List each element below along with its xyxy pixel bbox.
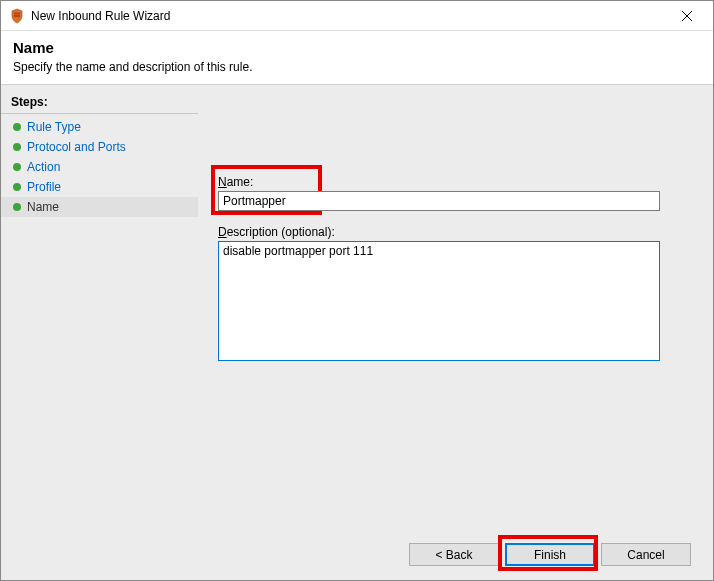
- name-input[interactable]: [218, 191, 660, 211]
- svg-rect-1: [14, 15, 20, 17]
- bullet-icon: [13, 123, 21, 131]
- page-title: Name: [13, 39, 701, 56]
- form-area: Name: Description (optional):: [218, 175, 683, 378]
- back-button[interactable]: < Back: [409, 543, 499, 566]
- window-title: New Inbound Rule Wizard: [31, 9, 667, 23]
- description-input[interactable]: [218, 241, 660, 361]
- step-label: Rule Type: [27, 120, 81, 134]
- steps-heading: Steps:: [1, 93, 198, 114]
- name-label: Name:: [218, 175, 683, 189]
- description-field-group: Description (optional):: [218, 225, 683, 364]
- content-pane: Name: Description (optional):: [198, 85, 713, 527]
- svg-rect-0: [14, 12, 20, 14]
- step-protocol-ports[interactable]: Protocol and Ports: [1, 137, 198, 157]
- page-subtitle: Specify the name and description of this…: [13, 60, 701, 74]
- step-label: Name: [27, 200, 59, 214]
- bullet-icon: [13, 143, 21, 151]
- steps-sidebar: Steps: Rule Type Protocol and Ports Acti…: [1, 85, 198, 527]
- step-label: Action: [27, 160, 60, 174]
- step-label: Protocol and Ports: [27, 140, 126, 154]
- bullet-icon: [13, 183, 21, 191]
- titlebar: New Inbound Rule Wizard: [1, 1, 713, 31]
- wizard-body: Steps: Rule Type Protocol and Ports Acti…: [1, 85, 713, 527]
- wizard-footer: < Back Finish Cancel: [1, 527, 713, 581]
- close-button[interactable]: [667, 2, 707, 30]
- step-rule-type[interactable]: Rule Type: [1, 117, 198, 137]
- name-field-group: Name:: [218, 175, 683, 211]
- wizard-header: Name Specify the name and description of…: [1, 31, 713, 85]
- finish-button[interactable]: Finish: [505, 543, 595, 566]
- bullet-icon: [13, 203, 21, 211]
- bullet-icon: [13, 163, 21, 171]
- firewall-icon: [9, 8, 25, 24]
- cancel-button[interactable]: Cancel: [601, 543, 691, 566]
- step-action[interactable]: Action: [1, 157, 198, 177]
- step-profile[interactable]: Profile: [1, 177, 198, 197]
- close-icon: [682, 11, 692, 21]
- step-label: Profile: [27, 180, 61, 194]
- step-name[interactable]: Name: [1, 197, 198, 217]
- description-label: Description (optional):: [218, 225, 683, 239]
